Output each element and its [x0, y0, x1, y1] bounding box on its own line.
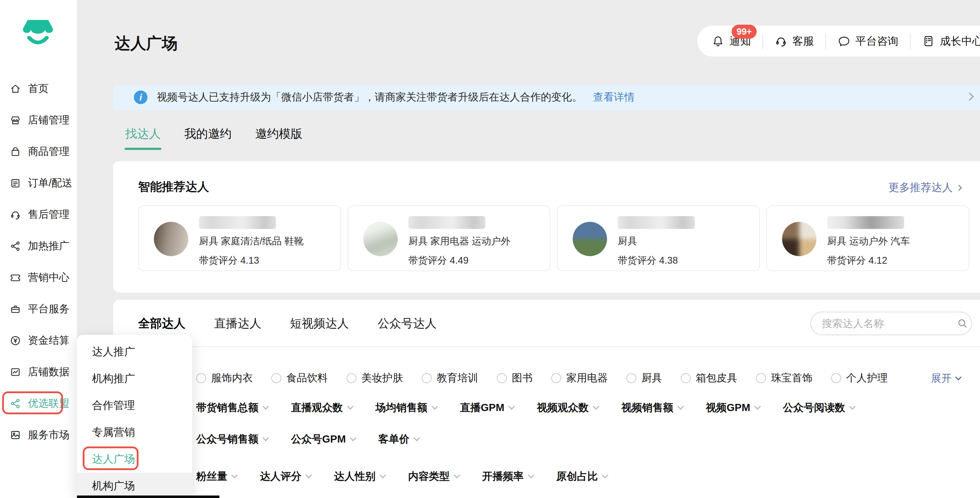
filter-oa-gpm[interactable]: 公众号GPM	[291, 432, 355, 446]
submenu-item-creator-promo[interactable]: 达人推广	[77, 338, 192, 365]
creator-card[interactable]: 厨具 带货评分 4.38	[557, 205, 760, 271]
sidebar-item-home[interactable]: 首页	[0, 73, 77, 105]
chevron-right-icon	[956, 184, 964, 192]
submenu-item-cooperation[interactable]: 合作管理	[77, 392, 192, 419]
submenu-item-exclusive-marketing[interactable]: 专属营销	[77, 419, 192, 446]
filter-video-sales[interactable]: 视频销售额	[621, 401, 683, 415]
more-recommend-link[interactable]: 更多推荐达人	[888, 180, 964, 195]
filter-creator-score[interactable]: 达人评分	[260, 469, 311, 484]
sidebar-item-label: 售后管理	[28, 208, 70, 222]
union-submenu-popup: 达人推广 机构推广 合作管理 专属营销 达人广场 机构广场	[77, 335, 192, 498]
tab-my-invitations[interactable]: 我的邀约	[185, 126, 232, 149]
tab-invitation-templates[interactable]: 邀约模版	[255, 126, 302, 149]
platform-consult-button[interactable]: 平台咨询	[838, 34, 898, 49]
submenu-item-agency-promo[interactable]: 机构推广	[77, 365, 192, 392]
filter-sales-total[interactable]: 带货销售总额	[196, 401, 268, 415]
share-nodes-icon	[9, 240, 21, 252]
category-option[interactable]: 美妆护肤	[347, 371, 403, 385]
filter-original-ratio[interactable]: 原创占比	[556, 469, 608, 484]
radio-icon[interactable]	[271, 373, 281, 383]
recommend-cards: 厨具 家庭清洁/纸品 鞋靴 带货评分 4.13 厨具 家用电器 运动户外 带货评…	[138, 205, 969, 271]
recommend-section: 智能推荐达人 更多推荐达人 厨具 家庭清洁/纸品 鞋靴 带货评分 4.13 厨具…	[113, 161, 980, 293]
tab-official-account-creators[interactable]: 公众号达人	[378, 316, 437, 331]
sidebar-item-union[interactable]: 优选联盟	[0, 388, 77, 419]
growth-center-button[interactable]: 成长中心	[922, 34, 980, 49]
customer-service-button[interactable]: 客服	[775, 34, 814, 49]
top-actions-bar: 通知 99+ 客服 平台咨询 成长中心	[697, 26, 980, 57]
creator-categories: 厨具 运动户外 汽车	[827, 235, 961, 247]
radio-icon[interactable]	[551, 373, 561, 383]
category-option[interactable]: 珠宝首饰	[756, 371, 813, 385]
chevron-down-icon	[849, 403, 856, 410]
store-logo-icon	[21, 18, 54, 49]
sidebar-item-shop-manage[interactable]: 店铺管理	[0, 105, 77, 136]
divider	[910, 33, 910, 49]
filter-oa-sales[interactable]: 公众号销售额	[196, 432, 268, 446]
radio-icon[interactable]	[831, 373, 841, 383]
screen-edge-strip	[77, 495, 220, 498]
creator-card[interactable]: 厨具 家庭清洁/纸品 鞋靴 带货评分 4.13	[138, 205, 341, 271]
expand-link[interactable]: 展开	[931, 371, 961, 385]
radio-icon[interactable]	[422, 373, 432, 383]
category-option[interactable]: 家用电器	[551, 371, 608, 385]
sidebar-item-orders-delivery[interactable]: 订单/配送	[0, 167, 77, 199]
tab-video-creators[interactable]: 短视频达人	[290, 316, 349, 331]
creator-card[interactable]: 厨具 家用电器 运动户外 带货评分 4.49	[348, 205, 550, 271]
creator-name-redacted	[618, 216, 695, 229]
sidebar-item-shop-data[interactable]: 店铺数据	[0, 356, 77, 388]
radio-icon[interactable]	[347, 373, 356, 383]
sidebar-item-platform-services[interactable]: 平台服务	[0, 293, 77, 325]
creator-search-input[interactable]	[822, 318, 957, 330]
metric-filter-row: 粉丝量 达人评分 达人性别 内容类型 开播频率 原创占比	[196, 469, 608, 484]
banner-detail-link[interactable]: 查看详情	[593, 90, 635, 105]
filter-followers[interactable]: 粉丝量	[196, 469, 237, 484]
creator-info: 厨具 家用电器 运动户外 带货评分 4.49	[408, 216, 542, 267]
category-option[interactable]: 食品饮料	[271, 371, 328, 385]
creator-card[interactable]: 厨具 运动户外 汽车 带货评分 4.12	[766, 205, 969, 271]
sidebar-item-marketing[interactable]: 营销中心	[0, 262, 77, 293]
sidebar: 首页 店铺管理 商品管理 订单/配送 售后管理 加热推广	[0, 0, 77, 498]
sidebar-item-label: 首页	[28, 82, 49, 96]
category-option[interactable]: 教育培训	[422, 371, 478, 385]
sidebar-item-product-manage[interactable]: 商品管理	[0, 136, 77, 167]
submenu-item-agency-plaza[interactable]: 机构广场	[77, 473, 192, 498]
category-option[interactable]: 个人护理	[831, 371, 888, 385]
filter-live-gpm[interactable]: 直播GPM	[460, 401, 514, 415]
sidebar-item-service-market[interactable]: 服务市场	[0, 419, 77, 451]
chevron-down-icon	[350, 435, 356, 441]
search-icon[interactable]	[957, 318, 968, 329]
sidebar-item-funds[interactable]: 资金结算	[0, 325, 77, 356]
radio-icon[interactable]	[681, 373, 691, 383]
filter-creator-gender[interactable]: 达人性别	[334, 469, 385, 484]
category-option[interactable]: 图书	[497, 371, 533, 385]
sidebar-item-heat-promo[interactable]: 加热推广	[0, 230, 77, 262]
radio-icon[interactable]	[756, 373, 766, 383]
chevron-right-icon[interactable]	[965, 90, 977, 103]
submenu-item-creator-plaza[interactable]: 达人广场	[77, 446, 192, 473]
filter-live-frequency[interactable]: 开播频率	[482, 469, 533, 484]
tab-find-creators[interactable]: 找达人	[125, 126, 161, 149]
sidebar-item-label: 加热推广	[28, 239, 70, 253]
category-option[interactable]: 箱包皮具	[681, 371, 737, 385]
filter-oa-reads[interactable]: 公众号阅读数	[783, 401, 855, 415]
filter-video-gpm[interactable]: 视频GPM	[706, 401, 760, 415]
filter-live-viewers[interactable]: 直播观众数	[291, 401, 353, 415]
tab-live-creators[interactable]: 直播达人	[214, 316, 261, 331]
filter-video-viewers[interactable]: 视频观众数	[537, 401, 598, 415]
filter-avg-session-sales[interactable]: 场均销售额	[375, 401, 437, 415]
chevron-down-icon	[528, 472, 534, 478]
sidebar-item-aftersale[interactable]: 售后管理	[0, 199, 77, 230]
filter-content-type[interactable]: 内容类型	[408, 469, 459, 484]
creator-score: 带货评分 4.13	[199, 254, 333, 267]
filter-avg-order-value[interactable]: 客单价	[378, 432, 419, 446]
home-icon	[9, 82, 21, 95]
chevron-down-icon	[955, 374, 961, 380]
radio-icon[interactable]	[626, 373, 636, 383]
notifications-button[interactable]: 通知 99+	[711, 34, 751, 49]
category-option[interactable]: 服饰内衣	[196, 371, 253, 385]
sidebar-item-label: 服务市场	[28, 428, 70, 442]
radio-icon[interactable]	[196, 373, 206, 383]
radio-icon[interactable]	[497, 373, 507, 383]
tab-all-creators[interactable]: 全部达人	[138, 316, 185, 331]
category-option[interactable]: 厨具	[626, 371, 662, 385]
